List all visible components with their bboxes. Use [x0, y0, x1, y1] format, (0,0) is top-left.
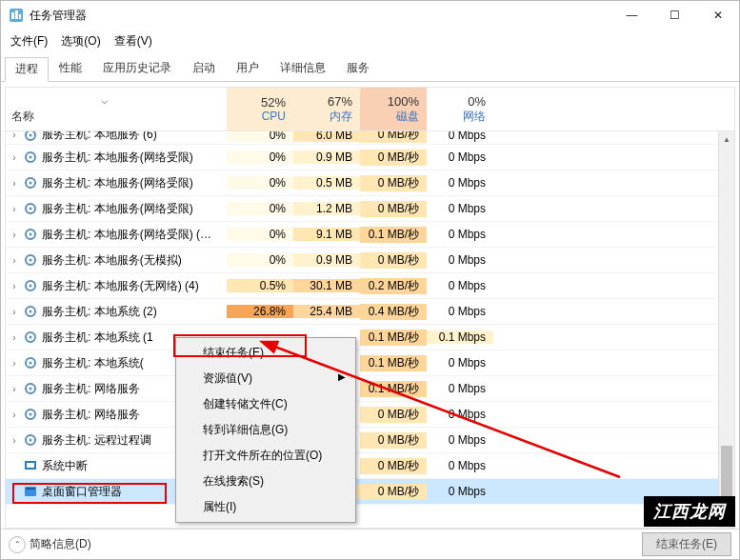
cell-disk: 0.1 MB/秒 — [360, 381, 427, 397]
tab-processes[interactable]: 进程 — [5, 57, 49, 82]
svg-rect-1 — [11, 12, 14, 19]
table-row[interactable]: ›服务主机: 本地系统(0.1 MB/秒0 Mbps — [6, 350, 734, 376]
svg-rect-3 — [19, 14, 21, 19]
header-disk[interactable]: 100%磁盘 — [360, 88, 427, 130]
svg-point-13 — [30, 233, 32, 236]
ctx-goto-details[interactable]: 转到详细信息(G) — [178, 417, 353, 443]
expand-icon[interactable]: › — [10, 131, 19, 140]
expand-icon[interactable]: › — [10, 384, 19, 394]
cell-memory: 1.2 MB — [293, 202, 360, 215]
tabstrip: 进程 性能 应用历史记录 启动 用户 详细信息 服务 — [1, 56, 739, 82]
table-row[interactable]: ›服务主机: 本地服务(网络受限)0%1.2 MB0 MB/秒0 Mbps — [6, 196, 734, 222]
tab-services[interactable]: 服务 — [336, 56, 380, 81]
expand-icon[interactable]: › — [10, 358, 19, 369]
ctx-create-dump[interactable]: 创建转储文件(C) — [178, 391, 353, 417]
cell-cpu: 0.5% — [227, 279, 293, 292]
table-row[interactable]: ›服务主机: 本地服务(无模拟)0%0.9 MB0 MB/秒0 Mbps — [6, 248, 734, 273]
table-row[interactable]: ›服务主机: 远程过程调0 MB/秒0 Mbps — [6, 428, 734, 453]
cell-cpu: 0% — [227, 253, 293, 267]
expand-icon[interactable]: › — [10, 307, 19, 317]
cell-cpu: 0% — [227, 131, 293, 142]
expand-icon[interactable]: › — [10, 281, 19, 291]
ctx-resource-values[interactable]: 资源值(V)▶ — [178, 366, 353, 391]
header-name[interactable]: ⌵ 名称 — [6, 88, 227, 130]
ctx-search-online[interactable]: 在线搜索(S) — [178, 469, 353, 494]
sort-indicator-icon: ⌵ — [101, 93, 108, 107]
cell-disk: 0 MB/秒 — [360, 201, 427, 217]
cell-cpu: 0% — [227, 176, 293, 190]
menu-view[interactable]: 查看(V) — [109, 31, 158, 51]
cell-network: 0 Mbps — [427, 408, 493, 421]
svg-point-15 — [30, 259, 32, 262]
table-row[interactable]: ›服务主机: 本地服务(网络受限) (…0%9.1 MB0.1 MB/秒0 Mb… — [6, 222, 734, 248]
close-button[interactable]: ✕ — [696, 1, 739, 30]
cell-network: 0 Mbps — [427, 202, 493, 215]
svg-point-25 — [30, 388, 32, 390]
tab-startup[interactable]: 启动 — [182, 56, 226, 81]
process-name: 服务主机: 网络服务 — [42, 381, 140, 397]
expand-icon[interactable]: › — [10, 435, 19, 446]
cell-network: 0 Mbps — [427, 485, 493, 498]
expand-icon[interactable]: › — [10, 410, 19, 420]
cell-memory: 25.4 MB — [293, 305, 360, 318]
svg-point-5 — [30, 133, 32, 136]
tab-details[interactable]: 详细信息 — [270, 56, 336, 81]
cell-disk: 0 MB/秒 — [360, 252, 427, 269]
vertical-scrollbar[interactable]: ▲ ▼ — [718, 131, 734, 528]
cell-memory: 0.9 MB — [293, 150, 360, 164]
svg-point-7 — [30, 156, 32, 159]
table-row[interactable]: ›服务主机: 网络服务0.1 MB/秒0 Mbps — [6, 376, 734, 402]
process-name: 服务主机: 本地系统( — [42, 355, 144, 371]
table-row[interactable]: 系统中断0 MB/秒0 Mbps — [6, 453, 734, 479]
cell-network: 0 Mbps — [427, 279, 493, 292]
expand-icon[interactable]: › — [10, 178, 19, 189]
tab-users[interactable]: 用户 — [226, 56, 270, 81]
ctx-end-task[interactable]: 结束任务(E) — [178, 340, 353, 366]
cell-cpu: 26.8% — [227, 305, 293, 318]
expand-icon[interactable]: › — [10, 332, 19, 343]
table-row[interactable]: ›服务主机: 本地服务(无网络) (4)0.5%30.1 MB0.2 MB/秒0… — [6, 273, 734, 299]
table-row[interactable]: ›服务主机: 本地服务 (6)0%6.0 MB0 MB/秒0 Mbps — [6, 131, 734, 145]
table-row[interactable]: 桌面窗口管理器0%10.7 MB0 MB/秒0 Mbps — [6, 479, 734, 505]
table-row[interactable]: ›服务主机: 本地系统 (10.1 MB/秒0.1 Mbps — [6, 325, 734, 350]
menu-file[interactable]: 文件(F) — [5, 31, 53, 51]
header-cpu[interactable]: 52%CPU — [227, 88, 293, 130]
end-task-button[interactable]: 结束任务(E) — [642, 532, 731, 556]
app-icon — [9, 8, 24, 23]
cell-disk: 0 MB/秒 — [360, 407, 427, 423]
fewer-details[interactable]: ⌃ 简略信息(D) — [9, 536, 91, 553]
svg-rect-33 — [26, 488, 35, 490]
cell-network: 0 Mbps — [427, 356, 493, 370]
table-body: ›服务主机: 本地服务 (6)0%6.0 MB0 MB/秒0 Mbps›服务主机… — [6, 131, 734, 528]
process-icon — [23, 304, 38, 319]
menu-options[interactable]: 选项(O) — [55, 31, 106, 51]
cell-network: 0 Mbps — [427, 176, 493, 190]
table-row[interactable]: ›服务主机: 本地系统 (2)26.8%25.4 MB0.4 MB/秒0 Mbp… — [6, 299, 734, 325]
expand-icon[interactable]: › — [10, 230, 19, 240]
table-row[interactable]: ›服务主机: 本地服务(网络受限)0%0.5 MB0 MB/秒0 Mbps — [6, 170, 734, 196]
cell-disk: 0 MB/秒 — [360, 458, 427, 474]
scroll-up-icon[interactable]: ▲ — [719, 131, 734, 148]
cell-memory: 6.0 MB — [293, 131, 360, 142]
ctx-properties[interactable]: 属性(I) — [178, 494, 353, 520]
ctx-open-location[interactable]: 打开文件所在的位置(O) — [178, 443, 353, 469]
expand-icon[interactable]: › — [10, 152, 19, 163]
tab-apphistory[interactable]: 应用历史记录 — [92, 56, 182, 81]
header-network[interactable]: 0%网络 — [427, 88, 493, 130]
process-icon — [23, 175, 38, 190]
cell-disk: 0.1 MB/秒 — [360, 227, 427, 243]
process-icon — [23, 355, 38, 370]
tab-performance[interactable]: 性能 — [49, 56, 92, 81]
header-memory[interactable]: 67%内存 — [293, 88, 360, 130]
cell-network: 0.1 Mbps — [427, 330, 493, 344]
process-icon — [23, 227, 38, 242]
cell-disk: 0 MB/秒 — [360, 150, 427, 166]
maximize-button[interactable]: ☐ — [653, 1, 696, 30]
expand-icon[interactable]: › — [10, 204, 19, 214]
process-icon — [23, 407, 38, 422]
minimize-button[interactable]: — — [610, 1, 653, 30]
table-row[interactable]: ›服务主机: 网络服务0 MB/秒0 Mbps — [6, 402, 734, 428]
table-row[interactable]: ›服务主机: 本地服务(网络受限)0%0.9 MB0 MB/秒0 Mbps — [6, 145, 734, 170]
cell-network: 0 Mbps — [427, 459, 493, 472]
expand-icon[interactable]: › — [10, 255, 19, 266]
